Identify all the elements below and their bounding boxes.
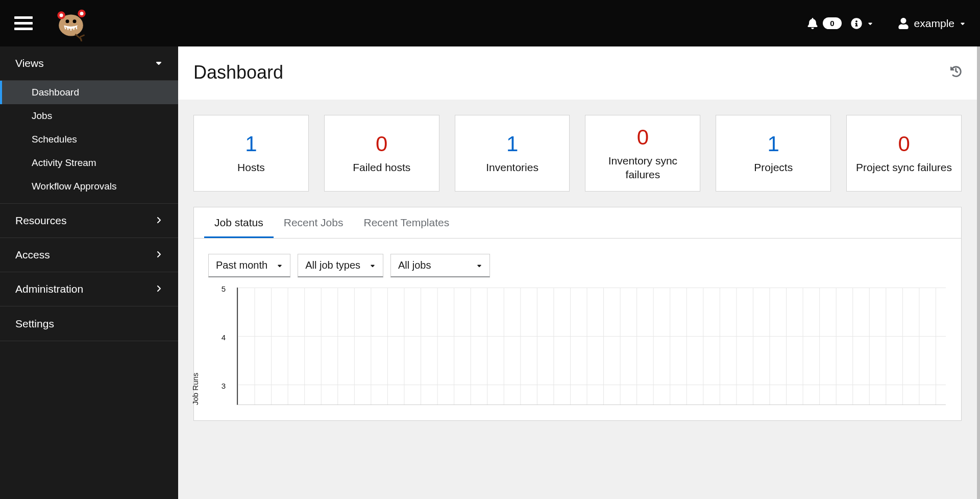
app-logo[interactable] <box>53 6 89 41</box>
page-title: Dashboard <box>193 62 283 83</box>
nav-group-label: Views <box>15 57 44 69</box>
stat-card-projects[interactable]: 1 Projects <box>716 115 831 192</box>
nav-subgroup-views: Dashboard Jobs Schedules Activity Stream… <box>0 81 178 204</box>
notifications-badge: 0 <box>823 17 841 29</box>
chevron-right-icon <box>155 283 163 295</box>
top-header: 0 example <box>0 0 980 46</box>
stat-label: Failed hosts <box>353 160 410 174</box>
sidebar-item-schedules[interactable]: Schedules <box>0 128 178 151</box>
stat-label: Inventory sync failures <box>591 154 695 182</box>
period-dropdown[interactable]: Past month <box>208 254 290 277</box>
nav-group-views[interactable]: Views <box>0 46 178 81</box>
help-menu[interactable] <box>851 18 873 29</box>
svg-point-2 <box>73 19 77 23</box>
sidebar-item-dashboard[interactable]: Dashboard <box>0 81 178 104</box>
nav-group-access[interactable]: Access <box>0 238 178 272</box>
svg-point-1 <box>66 19 69 23</box>
svg-point-4 <box>60 13 63 17</box>
sidebar-item-workflow-approvals[interactable]: Workflow Approvals <box>0 175 178 198</box>
dropdown-value: All job types <box>305 259 360 271</box>
stat-label: Inventories <box>486 160 538 174</box>
job-status-chart: Job Runs 5 4 3 <box>194 288 961 420</box>
history-icon-button[interactable] <box>950 66 962 79</box>
nav-group-label: Access <box>15 249 50 261</box>
stats-row: 1 Hosts 0 Failed hosts 1 Inventories 0 I… <box>178 100 977 207</box>
stat-label: Projects <box>754 160 793 174</box>
sidebar-item-activity-stream[interactable]: Activity Stream <box>0 151 178 175</box>
job-status-card: Job status Recent Jobs Recent Templates … <box>193 207 962 421</box>
stat-value: 1 <box>506 132 518 156</box>
jobs-dropdown[interactable]: All jobs <box>390 254 490 277</box>
stat-card-inventories[interactable]: 1 Inventories <box>455 115 570 192</box>
page-header: Dashboard <box>178 46 977 100</box>
caret-down-icon <box>277 259 283 271</box>
stat-label: Project sync failures <box>856 160 952 174</box>
chart-grid <box>237 288 946 405</box>
caret-down-icon <box>370 259 376 271</box>
username-label: example <box>914 17 954 30</box>
notifications-button[interactable]: 0 <box>807 17 841 29</box>
stat-value: 0 <box>637 125 649 150</box>
nav-group-administration[interactable]: Administration <box>0 272 178 306</box>
stat-card-hosts[interactable]: 1 Hosts <box>193 115 309 192</box>
nav-group-resources[interactable]: Resources <box>0 204 178 238</box>
svg-point-6 <box>80 11 84 15</box>
dropdown-value: All jobs <box>398 259 431 271</box>
chevron-right-icon <box>155 249 163 261</box>
chart-y-axis-label: Job Runs <box>191 373 200 405</box>
stat-value: 0 <box>898 132 910 156</box>
tabs-row: Job status Recent Jobs Recent Templates <box>194 207 961 239</box>
stat-label: Hosts <box>237 160 265 174</box>
main-content: Dashboard 1 Hosts 0 Failed hosts 1 Inven… <box>178 46 980 499</box>
stat-value: 1 <box>768 132 779 156</box>
caret-down-icon <box>476 259 482 271</box>
dropdown-value: Past month <box>216 259 267 271</box>
sidebar-item-settings[interactable]: Settings <box>0 306 178 341</box>
tab-recent-jobs[interactable]: Recent Jobs <box>274 207 354 238</box>
nav-group-label: Resources <box>15 215 66 227</box>
stat-card-inventory-sync-failures[interactable]: 0 Inventory sync failures <box>585 115 700 192</box>
job-type-dropdown[interactable]: All job types <box>298 254 383 277</box>
chevron-right-icon <box>155 215 163 227</box>
tab-recent-templates[interactable]: Recent Templates <box>353 207 459 238</box>
stat-card-failed-hosts[interactable]: 0 Failed hosts <box>324 115 439 192</box>
stat-card-project-sync-failures[interactable]: 0 Project sync failures <box>846 115 962 192</box>
stat-value: 1 <box>245 132 257 156</box>
tab-job-status[interactable]: Job status <box>204 207 274 238</box>
hamburger-menu-button[interactable] <box>14 16 33 30</box>
chevron-down-icon <box>155 57 163 69</box>
user-menu[interactable]: example <box>898 17 966 30</box>
sidebar-item-jobs[interactable]: Jobs <box>0 104 178 128</box>
stat-value: 0 <box>376 132 387 156</box>
nav-group-label: Administration <box>15 283 83 295</box>
filters-row: Past month All job types All jobs <box>194 239 961 288</box>
sidebar-nav: Views Dashboard Jobs Schedules Activity … <box>0 46 178 499</box>
